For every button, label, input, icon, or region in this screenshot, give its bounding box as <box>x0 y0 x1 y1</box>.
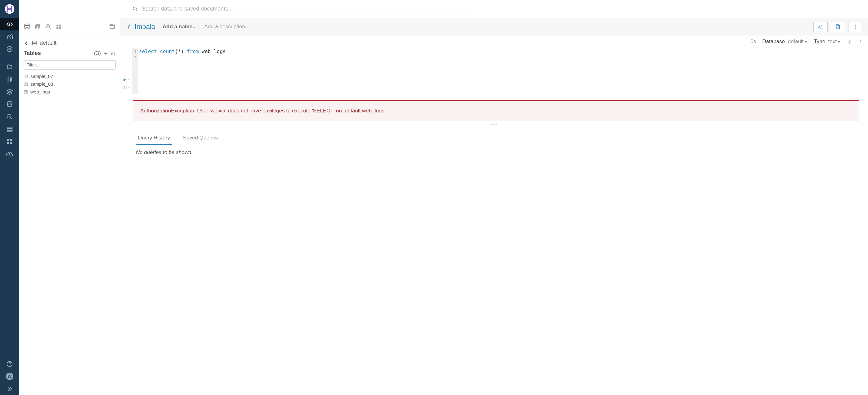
nav-help[interactable] <box>0 358 19 370</box>
svg-rect-20 <box>57 25 58 26</box>
empty-state: No queries to be shown. <box>120 145 868 160</box>
table-row[interactable]: web_logs <box>24 88 116 95</box>
assist-docs-icon[interactable] <box>35 24 41 30</box>
svg-point-2 <box>9 48 10 50</box>
sql-editor[interactable]: 1 2 select count(*) from web_logs <box>132 48 868 94</box>
nav-apps[interactable] <box>0 135 19 148</box>
svg-rect-12 <box>7 142 9 144</box>
settings-button[interactable] <box>847 38 852 45</box>
svg-point-29 <box>855 26 856 27</box>
impala-icon <box>126 23 131 30</box>
nav-dashboards[interactable] <box>0 30 19 43</box>
nav-tables[interactable] <box>0 86 19 98</box>
nav-upload[interactable] <box>0 148 19 160</box>
add-table-button[interactable] <box>103 51 108 56</box>
database-icon <box>32 40 37 46</box>
book-icon <box>122 85 127 90</box>
explain-button[interactable] <box>122 85 130 90</box>
table-icon <box>24 82 28 86</box>
svg-rect-27 <box>24 90 28 93</box>
tables-list: sample_07 sample_08 web_logs <box>19 72 120 96</box>
svg-point-16 <box>25 24 29 25</box>
panel-resize-handle[interactable]: ••• <box>120 121 868 129</box>
more-button[interactable] <box>848 21 862 32</box>
engine-name: Impala <box>135 23 155 31</box>
svg-point-1 <box>7 47 12 52</box>
tab-query-history[interactable]: Query History <box>136 132 172 145</box>
assist-db-icon[interactable] <box>24 23 30 30</box>
nav-files[interactable] <box>0 73 19 86</box>
breadcrumb[interactable]: default <box>19 35 120 48</box>
app-logo[interactable] <box>0 0 19 18</box>
database-selector[interactable]: Database default▼ <box>762 38 807 45</box>
nav-search[interactable] <box>0 111 19 123</box>
nav-user[interactable]: W <box>0 370 19 383</box>
nav-expand[interactable] <box>0 383 19 395</box>
svg-point-30 <box>855 28 856 29</box>
svg-rect-13 <box>10 142 12 144</box>
table-icon <box>24 90 28 94</box>
engine-selector[interactable]: Impala <box>126 23 155 31</box>
query-description-input[interactable]: Add a description... <box>205 24 250 30</box>
svg-rect-18 <box>36 25 39 29</box>
query-name-input[interactable]: Add a name... <box>162 24 197 30</box>
svg-point-15 <box>133 7 136 10</box>
editor-action-gutter <box>120 48 132 94</box>
tab-saved-queries[interactable]: Saved Queries <box>181 132 220 145</box>
database-name: default <box>40 40 57 46</box>
nav-editor[interactable] <box>0 18 19 30</box>
svg-rect-7 <box>7 127 12 129</box>
search-icon <box>132 6 138 12</box>
nav-security[interactable] <box>0 123 19 135</box>
chart-icon <box>818 24 823 29</box>
table-icon <box>24 74 28 79</box>
table-row[interactable]: sample_08 <box>24 80 116 88</box>
table-name: web_logs <box>30 89 50 94</box>
svg-rect-25 <box>24 75 28 78</box>
filter-tables-input[interactable] <box>24 60 116 69</box>
svg-rect-22 <box>57 27 58 29</box>
question-icon <box>858 40 862 44</box>
assist-search-icon[interactable] <box>45 24 52 30</box>
tables-count: (3) <box>94 50 101 57</box>
type-selector[interactable]: Type text▼ <box>814 38 841 45</box>
assist-panel: default Tables (3) sample_07 <box>19 18 120 395</box>
tables-heading: Tables <box>24 50 41 57</box>
table-name: sample_07 <box>30 74 53 79</box>
assist-folder-icon[interactable] <box>109 23 116 30</box>
topbar <box>19 0 868 18</box>
nav-database[interactable] <box>0 98 19 111</box>
nav-scheduler[interactable] <box>0 43 19 55</box>
svg-rect-23 <box>59 27 61 29</box>
svg-rect-17 <box>37 24 40 28</box>
chevron-left-icon <box>24 40 29 46</box>
nav-rail: W <box>0 0 19 395</box>
svg-rect-3 <box>8 77 11 81</box>
chart-button[interactable] <box>813 21 828 32</box>
nav-documents[interactable] <box>0 61 19 73</box>
line-gutter: 1 2 <box>132 48 138 94</box>
svg-rect-11 <box>10 139 12 141</box>
table-row[interactable]: sample_07 <box>24 73 116 80</box>
editor-area: Impala Add a name... Add a description..… <box>120 18 868 395</box>
global-search[interactable] <box>128 3 475 15</box>
table-name: sample_08 <box>30 81 53 87</box>
gear-icon <box>847 39 852 45</box>
editor-meta: 0s Database default▼ Type text▼ <box>120 35 868 48</box>
global-search-input[interactable] <box>142 6 471 12</box>
svg-rect-4 <box>7 78 10 82</box>
svg-point-28 <box>855 25 856 25</box>
run-query-button[interactable] <box>123 78 130 82</box>
save-button[interactable] <box>831 21 845 32</box>
assist-toolbar <box>19 18 120 35</box>
code-body: select count(*) from web_logs <box>132 48 868 94</box>
result-tabs: Query History Saved Queries <box>120 129 868 145</box>
caret-down-icon <box>128 86 130 89</box>
svg-rect-21 <box>59 25 61 26</box>
refresh-tables-button[interactable] <box>111 51 116 56</box>
svg-point-31 <box>849 41 850 43</box>
svg-point-5 <box>7 102 12 104</box>
svg-rect-8 <box>7 129 12 130</box>
help-button[interactable] <box>858 38 862 45</box>
assist-grid-icon[interactable] <box>56 24 61 29</box>
